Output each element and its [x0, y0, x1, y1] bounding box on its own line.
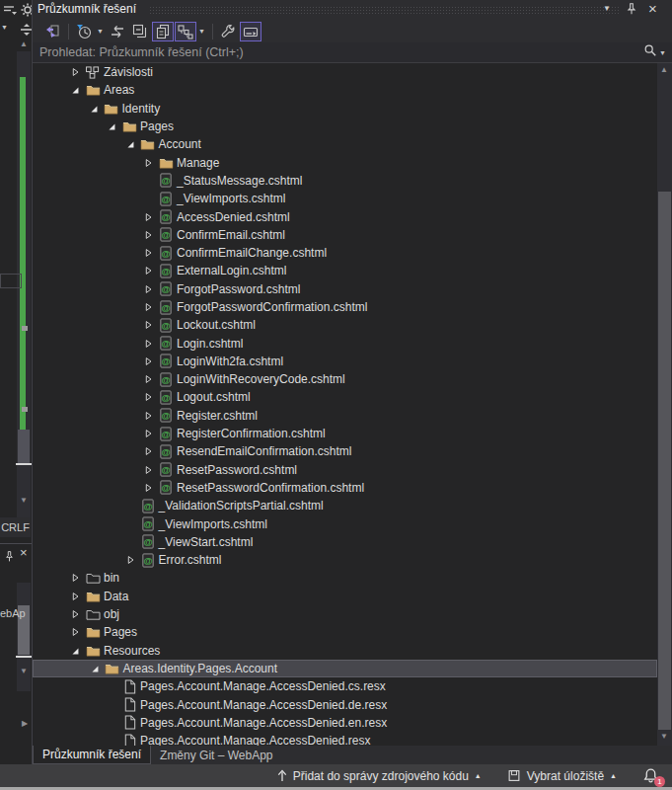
collapse-arrow-icon[interactable]: [85, 101, 103, 117]
tree-item[interactable]: @_ViewImports.cshtml: [33, 514, 657, 532]
tree-item[interactable]: @Login.cshtml: [33, 334, 657, 352]
tree-item[interactable]: @ResendEmailConfirmation.cshtml: [33, 442, 657, 460]
file-nesting-button[interactable]: [175, 22, 196, 41]
list-options-icon[interactable]: [3, 3, 17, 21]
tree-item[interactable]: @ForgotPassword.cshtml: [33, 280, 657, 298]
tree-item[interactable]: @_ViewImports.cshtml: [33, 190, 657, 207]
expand-arrow-icon[interactable]: [139, 443, 157, 459]
expand-arrow-icon[interactable]: [139, 354, 157, 369]
expand-arrow-icon[interactable]: [139, 371, 157, 387]
show-all-files-button[interactable]: [152, 22, 174, 41]
tree-item[interactable]: @ExternalLogin.cshtml: [33, 262, 657, 279]
expand-arrow-icon[interactable]: [139, 389, 157, 405]
tree-scrollbar[interactable]: ▲ ▼: [657, 63, 672, 746]
tree-item[interactable]: Pages.Account.Manage.AccessDenied.resx: [33, 732, 657, 746]
tree-item[interactable]: @Register.cshtml: [33, 407, 657, 425]
tree-item[interactable]: Pages.Account.Manage.AccessDenied.en.res…: [33, 714, 657, 732]
line-ending-indicator[interactable]: CRLF: [0, 517, 31, 537]
expand-arrow-icon[interactable]: [139, 462, 157, 478]
editor-scrollbar-thumb[interactable]: [18, 430, 30, 463]
tree-item[interactable]: @AccessDenied.cshtml: [33, 207, 657, 225]
tree-item[interactable]: Resources: [33, 642, 657, 660]
tab-solution-explorer[interactable]: Průzkumník řešení: [33, 746, 151, 764]
scrollbar-down-icon[interactable]: ▼: [660, 733, 668, 741]
pending-changes-filter-button[interactable]: [73, 22, 95, 41]
tree-item[interactable]: @_ValidationScriptsPartial.cshtml: [33, 497, 657, 514]
expand-arrow-icon[interactable]: [139, 408, 157, 424]
pending-changes-filter-caret-icon[interactable]: ▼: [97, 28, 104, 35]
scrollbar-right-icon[interactable]: ▶: [22, 720, 28, 728]
pin-icon[interactable]: [625, 2, 638, 20]
scrollbar-down-icon[interactable]: ▼: [20, 497, 28, 505]
close-icon[interactable]: ×: [20, 545, 28, 560]
switch-views-button[interactable]: [41, 22, 63, 41]
tree-item[interactable]: @ResetPasswordConfirmation.cshtml: [33, 479, 657, 497]
expand-arrow-icon[interactable]: [139, 209, 157, 225]
expand-arrow-icon[interactable]: [121, 552, 139, 568]
tree-item[interactable]: Data: [33, 588, 657, 605]
tree-item[interactable]: Pages: [33, 118, 657, 135]
tree-item[interactable]: Pages.Account.Manage.AccessDenied.cs.res…: [33, 677, 657, 695]
close-icon[interactable]: ×: [648, 0, 657, 17]
tree-item[interactable]: @LoginWithRecoveryCode.cshtml: [33, 370, 657, 388]
tree-item[interactable]: Areas: [33, 81, 657, 99]
tree-item[interactable]: @Error.cshtml: [33, 551, 657, 569]
collapse-all-button[interactable]: [129, 22, 151, 41]
tree-item[interactable]: @ConfirmEmailChange.cshtml: [33, 244, 657, 262]
tree-item[interactable]: @ConfirmEmail.cshtml: [33, 226, 657, 244]
notifications-button[interactable]: 1: [642, 767, 662, 785]
expand-arrow-icon[interactable]: [139, 227, 157, 243]
tree-item[interactable]: bin: [33, 569, 657, 587]
search-box[interactable]: Prohledat: Průzkumník řešení (Ctrl+;) ▼: [33, 42, 672, 63]
file-nesting-caret-icon[interactable]: ▼: [198, 28, 205, 35]
scrollbar-down-icon[interactable]: ▼: [20, 668, 28, 675]
search-icon[interactable]: [643, 43, 657, 61]
pin-icon[interactable]: [3, 549, 16, 567]
scrollbar-up-icon[interactable]: ▲: [660, 66, 668, 74]
collapse-arrow-icon[interactable]: [121, 136, 139, 152]
expand-arrow-icon[interactable]: [139, 336, 157, 352]
scrollbar-up-icon[interactable]: ▲: [20, 40, 28, 48]
expand-arrow-icon[interactable]: [66, 589, 84, 604]
tree-item[interactable]: Závislosti: [33, 63, 657, 81]
tree-item[interactable]: Areas.Identity.Pages.Account: [33, 660, 657, 677]
expand-arrow-icon[interactable]: [66, 624, 84, 640]
tree-item[interactable]: @RegisterConfirmation.cshtml: [33, 425, 657, 442]
tab-git-changes[interactable]: Změny Git – WebApp: [151, 746, 282, 764]
tree-item[interactable]: Pages: [33, 623, 657, 641]
collapse-arrow-icon[interactable]: [86, 661, 104, 676]
tree-item[interactable]: @_StatusMessage.cshtml: [33, 172, 657, 190]
search-options-caret-icon[interactable]: ▼: [659, 49, 666, 56]
tree-item[interactable]: Pages.Account.Manage.AccessDenied.de.res…: [33, 695, 657, 713]
tree-item[interactable]: Manage: [33, 153, 657, 171]
tree-item[interactable]: @_ViewStart.cshtml: [33, 533, 657, 551]
dropdown-caret-icon[interactable]: ▼: [1, 24, 8, 31]
expand-arrow-icon[interactable]: [139, 480, 157, 496]
expand-arrow-icon[interactable]: [139, 155, 157, 171]
tree-item[interactable]: @Lockout.cshtml: [33, 316, 657, 334]
title-bar[interactable]: Průzkumník řešení ▼ ×: [33, 0, 672, 20]
tree-item[interactable]: @ForgotPasswordConfirmation.cshtml: [33, 298, 657, 316]
expand-arrow-icon[interactable]: [139, 281, 157, 297]
tree-item[interactable]: @Logout.cshtml: [33, 388, 657, 406]
preview-selected-items-button[interactable]: [240, 22, 261, 41]
expand-arrow-icon[interactable]: [139, 426, 157, 441]
expand-arrow-icon[interactable]: [139, 317, 157, 333]
expand-arrow-icon[interactable]: [66, 64, 84, 80]
expand-arrow-icon[interactable]: [139, 299, 157, 315]
collapse-arrow-icon[interactable]: [66, 643, 84, 659]
collapse-arrow-icon[interactable]: [66, 82, 84, 98]
expand-arrow-icon[interactable]: [139, 245, 157, 261]
tree-item[interactable]: Identity: [33, 100, 657, 118]
expand-arrow-icon[interactable]: [66, 570, 84, 586]
tree-item[interactable]: @ResetPassword.cshtml: [33, 461, 657, 479]
expand-arrow-icon[interactable]: [139, 263, 157, 278]
properties-button[interactable]: [217, 22, 239, 41]
collapse-arrow-icon[interactable]: [103, 118, 120, 134]
tree-item[interactable]: Account: [33, 135, 657, 153]
window-menu-icon[interactable]: ▼: [603, 4, 611, 13]
expand-arrow-icon[interactable]: [66, 606, 84, 622]
tree-item[interactable]: obj: [33, 605, 657, 623]
tree-item[interactable]: @LoginWith2fa.cshtml: [33, 353, 657, 370]
select-repository-button[interactable]: Vybrat úložiště ▲: [507, 769, 617, 783]
